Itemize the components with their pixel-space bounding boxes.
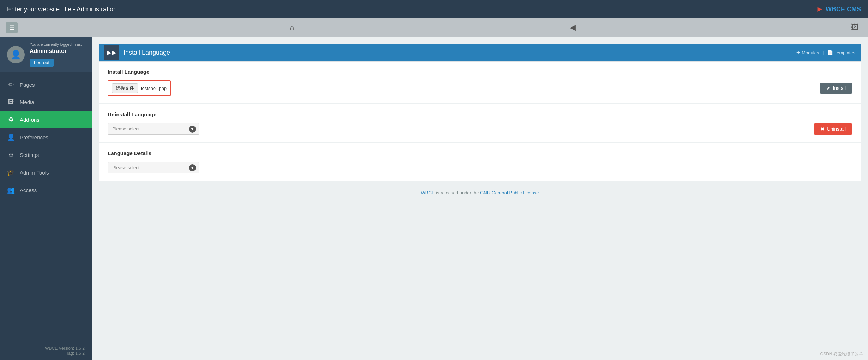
- templates-link[interactable]: 📄 Templates: [827, 50, 855, 55]
- language-details-row: Please select... ▼: [108, 162, 852, 173]
- install-language-card: Install Language 选择文件 testshell.php ✔ In…: [99, 61, 861, 103]
- templates-icon: 📄: [827, 50, 833, 55]
- footer-note: WBCE is released under the GNU General P…: [99, 182, 861, 199]
- language-details-title: Language Details: [108, 150, 852, 156]
- file-name-display: testshell.php: [141, 86, 167, 91]
- hamburger-button[interactable]: ☰: [6, 22, 18, 33]
- modules-link[interactable]: ✚ Modules: [796, 50, 819, 55]
- language-details-card: Language Details Please select... ▼: [99, 143, 861, 181]
- install-row: 选择文件 testshell.php ✔ Install: [108, 80, 852, 96]
- uninstall-x-icon: ✖: [820, 126, 825, 132]
- uninstall-select-wrapper: Please select... ▼: [108, 123, 199, 135]
- sidebar-item-label-addons: Add-ons: [20, 117, 40, 123]
- sidebar-item-access[interactable]: 👥 Access: [0, 181, 92, 199]
- uninstall-title: Uninstall Language: [108, 111, 852, 117]
- sidebar-item-label-media: Media: [20, 99, 34, 105]
- sidebar-item-settings[interactable]: ⚙ Settings: [0, 146, 92, 164]
- sidebar-nav: ✏ Pages 🖼 Media ♻ Add-ons 👤 Preferences …: [0, 72, 92, 342]
- toolbar: ☰ ⌂ ◀ 🖼: [0, 18, 868, 37]
- install-button[interactable]: ✔ Install: [820, 83, 852, 94]
- choose-file-button[interactable]: 选择文件: [112, 83, 138, 93]
- sidebar-item-label-access: Access: [20, 187, 37, 193]
- wbce-link[interactable]: WBCE: [421, 190, 435, 195]
- main-layout: 👤 You are currently logged in as: Admini…: [0, 37, 868, 360]
- sidebar-item-pages[interactable]: ✏ Pages: [0, 76, 92, 93]
- access-icon: 👥: [7, 186, 15, 194]
- home-button[interactable]: ⌂: [286, 22, 298, 33]
- license-link[interactable]: GNU General Public License: [480, 190, 539, 195]
- addons-icon: ♻: [7, 116, 15, 123]
- logged-as-label: You are currently logged in as:: [30, 42, 82, 47]
- home-icon: ⌂: [289, 23, 294, 32]
- bottom-right-note: CSDN @爱吃橙子的羊: [820, 351, 863, 357]
- display-icon: 🖼: [851, 23, 859, 32]
- sidebar-item-media[interactable]: 🖼 Media: [0, 93, 92, 111]
- language-details-select-wrapper: Please select... ▼: [108, 162, 199, 173]
- sidebar-item-label-settings: Settings: [20, 152, 39, 158]
- page-header-icon: ▶▶: [104, 45, 119, 60]
- page-title: Enter your website title - Administratio…: [7, 6, 117, 13]
- install-title: Install Language: [108, 69, 852, 75]
- sidebar-footer: WBCE Version: 1.5.2 Tag: 1.5.2: [0, 342, 92, 360]
- uninstall-select[interactable]: Please select...: [108, 123, 199, 135]
- sidebar: 👤 You are currently logged in as: Admini…: [0, 37, 92, 360]
- sidebar-item-label-preferences: Preferences: [20, 134, 48, 140]
- admin-tools-icon: 🎓: [7, 169, 15, 176]
- display-button[interactable]: 🖼: [848, 22, 862, 33]
- settings-icon: ⚙: [7, 151, 15, 159]
- footer-text: is released under the: [436, 190, 479, 195]
- sidebar-item-admin-tools[interactable]: 🎓 Admin-Tools: [0, 164, 92, 181]
- uninstall-language-card: Uninstall Language Please select... ▼ ✖ …: [99, 104, 861, 142]
- file-input-wrapper: 选择文件 testshell.php: [108, 80, 171, 96]
- preferences-icon: 👤: [7, 133, 15, 141]
- avatar: 👤: [7, 46, 25, 63]
- brand-arrow-icon: ►: [816, 5, 824, 14]
- brand-logo: ► WBCE CMS: [816, 5, 861, 14]
- version-label: WBCE Version: 1.5.2: [7, 346, 85, 351]
- install-check-icon: ✔: [826, 85, 831, 91]
- tag-label: Tag: 1.5.2: [7, 351, 85, 356]
- back-icon: ◀: [570, 23, 576, 32]
- sidebar-item-label-admin-tools: Admin-Tools: [20, 170, 49, 176]
- username-label: Administrator: [30, 48, 82, 54]
- top-bar: Enter your website title - Administratio…: [0, 0, 868, 18]
- page-header-links: ✚ Modules | 📄 Templates: [796, 50, 855, 55]
- sidebar-user-section: 👤 You are currently logged in as: Admini…: [0, 37, 92, 72]
- logout-button[interactable]: Log-out: [30, 59, 54, 67]
- page-header-title: Install Language: [124, 49, 796, 56]
- language-details-select[interactable]: Please select...: [108, 162, 199, 173]
- links-separator: |: [822, 50, 824, 55]
- page-header: ▶▶ Install Language ✚ Modules | 📄 Templa…: [99, 44, 861, 61]
- sidebar-item-preferences[interactable]: 👤 Preferences: [0, 128, 92, 146]
- hamburger-icon: ☰: [9, 24, 14, 31]
- back-button[interactable]: ◀: [566, 22, 579, 33]
- content-area: ▶▶ Install Language ✚ Modules | 📄 Templa…: [92, 37, 868, 360]
- media-icon: 🖼: [7, 98, 15, 106]
- sidebar-item-label-pages: Pages: [20, 82, 35, 88]
- uninstall-row: Please select... ▼ ✖ Uninstall: [108, 123, 852, 135]
- uninstall-button[interactable]: ✖ Uninstall: [814, 123, 852, 135]
- sidebar-item-addons[interactable]: ♻ Add-ons: [0, 111, 92, 128]
- modules-icon: ✚: [796, 50, 800, 55]
- pages-icon: ✏: [7, 81, 15, 89]
